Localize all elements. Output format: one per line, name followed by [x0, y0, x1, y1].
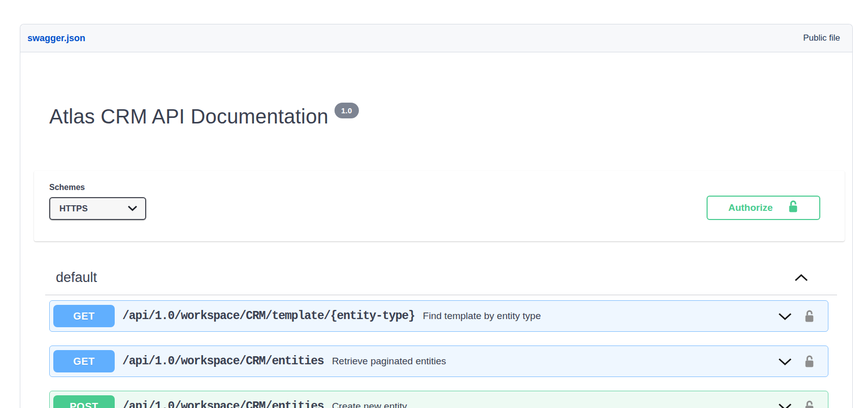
section-title: default — [56, 270, 97, 286]
operation-row[interactable]: POST /api/1.0/workspace/CRM/entities Cre… — [49, 391, 828, 408]
chevron-down-icon — [127, 204, 138, 214]
authorize-button[interactable]: Authorize — [707, 196, 820, 220]
section-header-default[interactable]: default — [49, 270, 828, 286]
lock-open-icon[interactable] — [804, 400, 815, 408]
visibility-label: Public file — [803, 33, 840, 43]
scheme-container: Schemes HTTPS Authorize — [34, 171, 845, 241]
chevron-down-icon[interactable] — [778, 358, 792, 365]
lock-open-icon — [788, 200, 798, 216]
operation-path: /api/1.0/workspace/CRM/template/{entity-… — [122, 309, 415, 323]
schemes-group: Schemes HTTPS — [49, 183, 146, 220]
lock-open-icon[interactable] — [804, 309, 815, 323]
schemes-label: Schemes — [49, 183, 146, 192]
operation-row[interactable]: GET /api/1.0/workspace/CRM/entities Retr… — [49, 346, 828, 377]
file-header-bar: swagger.json Public file — [20, 24, 852, 52]
chevron-up-icon[interactable] — [794, 274, 808, 281]
tag-section-default: default GET /api/1.0/workspace/CRM/templ… — [20, 270, 852, 408]
operation-summary: Find template by entity type — [423, 310, 541, 322]
authorize-label: Authorize — [728, 202, 773, 213]
version-badge: 1.0 — [335, 103, 358, 118]
operation-summary: Retrieve paginated entities — [332, 356, 446, 367]
filename-link[interactable]: swagger.json — [27, 33, 85, 44]
file-viewer-card: swagger.json Public file Atlas CRM API D… — [20, 24, 853, 408]
schemes-select[interactable]: HTTPS — [49, 197, 146, 220]
operation-path: /api/1.0/workspace/CRM/entities — [122, 355, 324, 368]
operation-path: /api/1.0/workspace/CRM/entities — [122, 400, 324, 408]
schemes-selected-value: HTTPS — [59, 204, 88, 214]
method-badge: GET — [53, 350, 115, 372]
section-divider — [45, 295, 837, 295]
chevron-down-icon[interactable] — [778, 312, 792, 320]
lock-open-icon[interactable] — [804, 355, 815, 368]
operation-controls — [778, 309, 815, 323]
method-badge: GET — [53, 305, 115, 327]
operation-row[interactable]: GET /api/1.0/workspace/CRM/template/{ent… — [49, 300, 828, 332]
method-badge: POST — [53, 395, 115, 408]
chevron-down-icon[interactable] — [778, 403, 792, 408]
api-info: Atlas CRM API Documentation1.0 — [20, 52, 852, 128]
operation-controls — [778, 400, 815, 408]
operation-summary: Create new entity — [332, 401, 407, 408]
operation-list: GET /api/1.0/workspace/CRM/template/{ent… — [49, 300, 828, 408]
api-title-text: Atlas CRM API Documentation — [49, 105, 328, 128]
operation-controls — [778, 355, 815, 368]
page-title: Atlas CRM API Documentation1.0 — [49, 103, 828, 128]
